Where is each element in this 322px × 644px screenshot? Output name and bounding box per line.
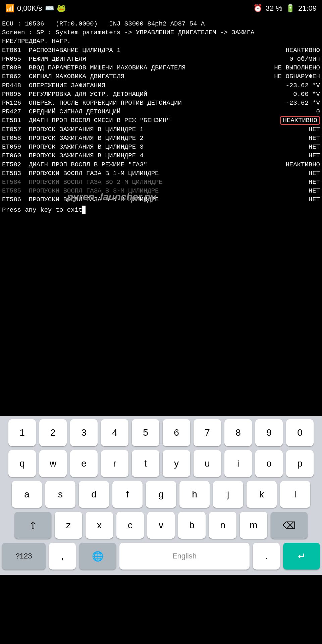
term-row: PR055 РЕЖИМ ДВИГАТЕЛЯ0 об/мин <box>2 55 320 63</box>
key-h[interactable]: h <box>179 481 210 508</box>
key-y[interactable]: y <box>163 450 190 477</box>
term-row: ET582 ДИАГН ПРОП ВОСПЛ В РЕЖИМЕ "ГАЗ"НЕА… <box>2 160 320 169</box>
key-o[interactable]: o <box>255 450 283 477</box>
term-row: ET581 ДИАГН ПРОП ВОСПЛ СМЕСИ В РЕЖ "БЕНЗ… <box>2 116 320 125</box>
key-v[interactable]: v <box>147 512 175 539</box>
clock: 21:09 <box>298 4 317 13</box>
keyboard-row-qwerty: qwertyuiop <box>2 450 320 477</box>
key-5[interactable]: 5 <box>132 419 159 446</box>
term-header3: НИЕ/ПРЕДВАР. НАГР. <box>2 37 320 46</box>
backspace-key[interactable]: ⌫ <box>271 512 308 539</box>
globe-key[interactable]: 🌐 <box>79 543 116 570</box>
key-p[interactable]: p <box>286 450 314 477</box>
keyboard-row-asdf: asdfghjkl <box>2 481 320 508</box>
key-u[interactable]: u <box>194 450 221 477</box>
network-speed: 0,00K/s <box>17 4 42 13</box>
term-row: PR095 РЕГУЛИРОВКА ДЛЯ УСТР. ДЕТОНАЦИЙ0.0… <box>2 90 320 99</box>
key-i[interactable]: i <box>224 450 252 477</box>
key-w[interactable]: w <box>39 450 67 477</box>
term-header2: Screen : SP : System parameters -> УПРАВ… <box>2 28 320 37</box>
status-left: 📶 0,00K/s ⌨️ 🐸 <box>5 4 66 13</box>
enter-key[interactable]: ↵ <box>283 543 320 570</box>
key-l[interactable]: l <box>280 481 310 508</box>
term-row: ET089 ВВОД ПАРАМЕТРОВ МИШЕНИ МАХОВИКА ДВ… <box>2 63 320 72</box>
key-k[interactable]: k <box>247 481 277 508</box>
key-r[interactable]: r <box>101 450 128 477</box>
keyboard-row-numbers: 1234567890 <box>2 419 320 446</box>
key-8[interactable]: 8 <box>224 419 252 446</box>
term-row: ET584 ПРОПУСКИ ВОСПЛ ГАЗА ВО 2-М ЦИЛИНДР… <box>2 178 320 186</box>
key-d[interactable]: d <box>79 481 109 508</box>
key-f[interactable]: f <box>112 481 143 508</box>
keyboard-row-zxcv: ⇧zxcvbnm⌫ <box>2 512 320 539</box>
key-e[interactable]: e <box>70 450 98 477</box>
term-row: ET057 ПРОПУСК ЗАЖИГАНИЯ В ЦИЛИНДРЕ 1НЕТ <box>2 125 320 134</box>
key-z[interactable]: z <box>55 512 82 539</box>
key-9[interactable]: 9 <box>255 419 283 446</box>
term-row: ET586 ПРОПУСКИ ВОСПЛ ГАЗА В 4-М ЦИЛИНДРЕ… <box>2 195 320 204</box>
term-row: ET585 ПРОПУСКИ ВОСПЛ ГАЗА В 3-М ЦИЛИНДРЕ… <box>2 186 320 195</box>
alarm-icon: ⏰ <box>253 4 262 13</box>
key-x[interactable]: x <box>86 512 113 539</box>
key-6[interactable]: 6 <box>163 419 190 446</box>
key-c[interactable]: c <box>116 512 144 539</box>
term-row: ET059 ПРОПУСК ЗАЖИГАНИЯ В ЦИЛИНДРЕ 3НЕТ <box>2 143 320 151</box>
term-header1: ECU : 10536 (RT:0.0000) INJ_S3000_84ph2_… <box>2 19 320 28</box>
press-exit-line: Press any key to exit <box>2 206 320 214</box>
term-row: PR126 ОПЕРЕЖ. ПОСЛЕ КОРРЕКЦИИ ПРОТИВ ДЕТ… <box>2 99 320 107</box>
status-bar: 📶 0,00K/s ⌨️ 🐸 ⏰ 32 % 🔋 21:09 <box>0 0 322 17</box>
key-n[interactable]: n <box>209 512 236 539</box>
term-row: ET061 РАСПОЗНАВАНИЕ ЦИЛИНДРА 1НЕАКТИВНО <box>2 46 320 55</box>
symbols-key[interactable]: ?123 <box>2 543 46 570</box>
key-s[interactable]: s <box>45 481 75 508</box>
keyboard[interactable]: 1234567890 qwertyuiop asdfghjkl ⇧zxcvbnm… <box>0 416 322 575</box>
term-row: ET062 СИГНАЛ МАХОВИКА ДВИГАТЕЛЯНЕ ОБНАРУ… <box>2 72 320 81</box>
comma-key[interactable]: , <box>49 543 76 570</box>
term-row: PR427 СРЕДНИЙ СИГНАЛ ДЕТОНАЦИЙ0 <box>2 107 320 116</box>
term-rows: ET061 РАСПОЗНАВАНИЕ ЦИЛИНДРА 1НЕАКТИВНОP… <box>2 46 320 204</box>
term-row: PR448 ОПЕРЕЖЕНИЕ ЗАЖИГАНИЯ-23.62 *V <box>2 81 320 90</box>
term-row: ET583 ПРОПУСКИ ВОСПЛ ГАЗА В 1-М ЦИЛИНДРЕ… <box>2 169 320 178</box>
key-7[interactable]: 7 <box>194 419 221 446</box>
key-4[interactable]: 4 <box>101 419 128 446</box>
period-key[interactable]: . <box>253 543 280 570</box>
key-q[interactable]: q <box>8 450 36 477</box>
notification-icon: 🐸 <box>57 4 66 13</box>
black-space <box>0 292 322 416</box>
key-3[interactable]: 3 <box>70 419 98 446</box>
key-0[interactable]: 0 <box>286 419 314 446</box>
signal-icon: 📶 <box>5 4 14 13</box>
status-right: ⏰ 32 % 🔋 21:09 <box>253 4 317 13</box>
key-g[interactable]: g <box>146 481 176 508</box>
key-2[interactable]: 2 <box>39 419 67 446</box>
key-a[interactable]: a <box>12 481 42 508</box>
key-m[interactable]: m <box>240 512 267 539</box>
keyboard-bottom-row: ?123,🌐English.↵ <box>2 543 320 570</box>
key-1[interactable]: 1 <box>8 419 36 446</box>
shift-key[interactable]: ⇧ <box>14 512 51 539</box>
term-row: ET058 ПРОПУСК ЗАЖИГАНИЯ В ЦИЛИНДРЕ 2НЕТ <box>2 134 320 143</box>
battery-percent: 32 % <box>266 4 282 13</box>
key-t[interactable]: t <box>132 450 159 477</box>
key-j[interactable]: j <box>213 481 243 508</box>
terminal: ECU : 10536 (RT:0.0000) INJ_S3000_84ph2_… <box>0 17 322 292</box>
keyboard-icon: ⌨️ <box>45 4 54 13</box>
key-b[interactable]: b <box>178 512 206 539</box>
term-row: ET060 ПРОПУСК ЗАЖИГАНИЯ В ЦИЛИНДРЕ 4НЕТ <box>2 151 320 160</box>
battery-icon: 🔋 <box>286 4 295 13</box>
space-key[interactable]: English <box>119 543 250 570</box>
cursor <box>82 206 86 214</box>
